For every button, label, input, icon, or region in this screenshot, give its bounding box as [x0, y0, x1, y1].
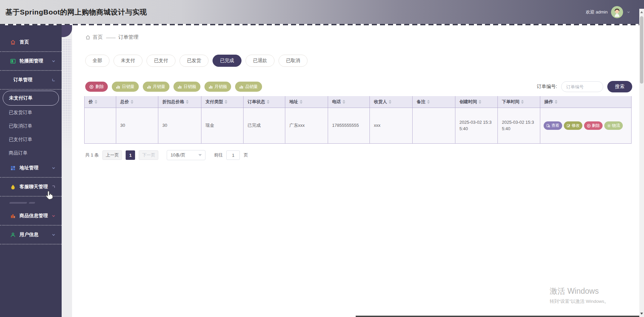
search-button[interactable]: 搜索 [607, 81, 632, 92]
sort-icon [267, 100, 269, 104]
filter-tab-cancelled[interactable]: 已取消 [279, 55, 308, 67]
watermark-line1: 激活 Windows [550, 286, 609, 296]
order-no-input[interactable] [561, 81, 603, 92]
column-header-total-price[interactable]: 总价 [116, 96, 158, 108]
button-label: 查看 [551, 123, 559, 128]
circle-x-icon [587, 124, 591, 128]
column-header-actions[interactable]: 操作 [540, 96, 632, 108]
windows-watermark: 激活 Windows 转到“设置”以激活 Windows。 [550, 286, 609, 305]
page-size-select[interactable]: 10条/页 [167, 150, 205, 160]
next-page-button[interactable]: 下一页 [139, 150, 158, 160]
goto-page-input[interactable] [226, 150, 240, 160]
cell-value: 广东xxx [289, 122, 305, 129]
button-label: 删除 [592, 123, 600, 128]
button-label: 物流 [612, 123, 620, 128]
view-icon [546, 124, 550, 128]
cell-value: 已完成 [248, 122, 261, 129]
breadcrumb-home[interactable]: 首页 [93, 34, 103, 40]
prev-page-button[interactable]: 上一页 [102, 150, 122, 160]
bar-chart-icon [208, 85, 213, 89]
column-label: 备注 [417, 99, 425, 105]
button-label: 删除 [95, 84, 104, 90]
cell-total-price: 30 [116, 108, 158, 143]
taskbar-edge [356, 316, 640, 317]
column-label: 创建时间 [459, 99, 477, 105]
scroll-up-arrow[interactable] [639, 9, 644, 15]
cell-order-time: 2025-03-02 15:35:40 [498, 108, 540, 143]
column-header-receiver[interactable]: 收货人 [370, 96, 413, 108]
bar-chart-icon [239, 85, 244, 89]
stat-button-monthly-sales-count[interactable]: 月销量 [143, 82, 170, 92]
stat-button-daily-sales-count[interactable]: 日销量 [112, 82, 139, 92]
filter-tab-paid[interactable]: 已支付 [147, 55, 175, 67]
filter-tab-shipped[interactable]: 已发货 [180, 55, 208, 67]
table-header-row: 价总价折扣总价格支付类型订单状态地址电话收货人备注创建时间下单时间操作 [85, 96, 632, 108]
scrollbar [639, 9, 644, 317]
main-content: 首页 —— 订单管理 全部未支付已支付已发货已完成已退款已取消 删除日销量月销量… [0, 0, 644, 317]
column-header-pay-type[interactable]: 支付类型 [201, 96, 244, 108]
button-label: 日销量 [122, 84, 135, 90]
breadcrumb-current: 订单管理 [118, 34, 138, 40]
column-label: 收货人 [374, 99, 387, 105]
cell-receiver: xxx [370, 108, 413, 143]
column-label: 电话 [332, 99, 341, 105]
delete-button[interactable]: 删除 [85, 82, 108, 92]
bar-chart-icon [178, 85, 182, 89]
bar-chart-icon [147, 85, 151, 89]
sort-icon [479, 100, 481, 104]
row-action-logistics[interactable]: 物流 [604, 121, 623, 130]
cell-value: 17855555555 [332, 122, 359, 129]
sort-icon [389, 100, 391, 104]
button-label: 日销额 [184, 84, 196, 90]
column-label: 下单时间 [502, 99, 519, 105]
bar-chart-icon [116, 85, 120, 89]
column-label: 地址 [289, 99, 298, 105]
cell-remark [413, 108, 455, 143]
column-header-order-status[interactable]: 订单状态 [244, 96, 285, 108]
column-header-remark[interactable]: 备注 [413, 96, 455, 108]
screen: 基于SpringBoot的网上购物商城设计与实现 欢迎 admin 首页轮播图管… [0, 0, 644, 317]
cell-value: 2025-03-02 15:35:40 [459, 119, 495, 132]
watermark-line2: 转到“设置”以激活 Windows。 [550, 298, 609, 305]
filter-tab-completed[interactable]: 已完成 [213, 55, 242, 67]
goto-label: 前往 [214, 152, 223, 158]
sort-icon [131, 100, 133, 104]
search-area: 订单编号: 搜索 [537, 81, 632, 92]
page-size-value: 10条/页 [170, 152, 185, 158]
scroll-thumb[interactable] [640, 16, 643, 84]
total-count: 共 1 条 [85, 152, 99, 158]
scroll-down-arrow[interactable] [639, 311, 644, 316]
breadcrumb-separator: —— [106, 34, 115, 40]
table-row: 3030现金已完成广东xxx17855555555xxx2025-03-02 1… [85, 108, 632, 144]
page-number-button[interactable]: 1 [126, 150, 135, 160]
row-action-view[interactable]: 查看 [544, 121, 562, 130]
search-label: 订单编号: [537, 84, 557, 90]
column-header-order-time[interactable]: 下单时间 [498, 96, 540, 108]
cell-value: 现金 [205, 122, 214, 129]
column-label: 总价 [120, 99, 129, 105]
cell-order-status: 已完成 [244, 108, 285, 143]
cell-value: 30 [162, 122, 167, 129]
row-action-edit[interactable]: 修改 [564, 121, 582, 130]
column-header-phone[interactable]: 电话 [328, 96, 370, 108]
stat-button-daily-sales-amount[interactable]: 日销额 [173, 82, 200, 92]
column-header-create-time[interactable]: 创建时间 [455, 96, 498, 108]
column-label: 订单状态 [248, 99, 265, 105]
column-header-discount-total-price[interactable]: 折扣总价格 [158, 96, 201, 108]
filter-tab-unpaid[interactable]: 未支付 [114, 55, 142, 67]
filter-tab-all[interactable]: 全部 [85, 55, 109, 67]
goto-suffix: 页 [244, 152, 248, 158]
toolbar: 删除日销量月销量日销额月销额品销量 [85, 82, 262, 92]
stat-button-monthly-sales-amount[interactable]: 月销额 [204, 82, 231, 92]
stat-button-product-sales-count[interactable]: 品销量 [235, 82, 262, 92]
filter-tabs: 全部未支付已支付已发货已完成已退款已取消 [85, 55, 308, 67]
column-header-price[interactable]: 价 [85, 96, 116, 108]
button-label: 月销量 [153, 84, 166, 90]
orders-table: 价总价折扣总价格支付类型订单状态地址电话收货人备注创建时间下单时间操作 3030… [84, 96, 632, 144]
button-label: 修改 [572, 123, 580, 128]
filter-tab-refunded[interactable]: 已退款 [246, 55, 275, 67]
sort-icon [225, 100, 227, 104]
row-action-delete[interactable]: 删除 [584, 121, 603, 130]
cell-phone: 17855555555 [328, 108, 370, 143]
column-header-address[interactable]: 地址 [285, 96, 328, 108]
